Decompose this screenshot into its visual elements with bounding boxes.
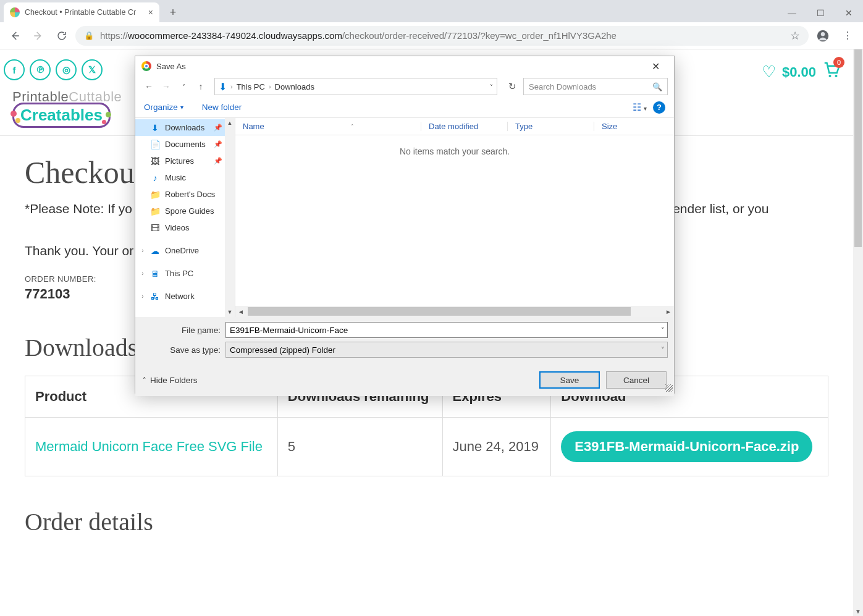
col-size[interactable]: Size bbox=[594, 122, 674, 131]
profile-button[interactable] bbox=[812, 29, 833, 43]
dialog-body: ⬇Downloads📌📄Documents📌🖼Pictures📌♪Music📁R… bbox=[135, 118, 674, 317]
user-circle-icon bbox=[816, 29, 830, 43]
nav-recent-dropdown[interactable]: ˅ bbox=[176, 79, 191, 94]
chevron-down-icon[interactable]: ˅ bbox=[661, 326, 665, 334]
tree-node-network[interactable]: ›🖧Network bbox=[135, 288, 235, 305]
tree-node-downloads[interactable]: ⬇Downloads📌 bbox=[135, 119, 235, 136]
col-date[interactable]: Date modified bbox=[421, 122, 507, 131]
product-link[interactable]: Mermaid Unicorn Face Free SVG File bbox=[35, 439, 263, 454]
chevron-right-icon: › bbox=[269, 83, 271, 90]
save-button[interactable]: Save bbox=[539, 371, 600, 389]
pin-icon: 📌 bbox=[214, 140, 222, 148]
reload-button[interactable] bbox=[52, 26, 72, 46]
pinterest-link[interactable]: ℗ bbox=[30, 59, 51, 80]
hide-folders-toggle[interactable]: ˄ Hide Folders bbox=[143, 376, 198, 385]
scroll-down-icon[interactable]: ▼ bbox=[225, 307, 235, 317]
chevron-down-icon: ▾ bbox=[644, 105, 647, 112]
expand-icon[interactable]: › bbox=[139, 247, 146, 254]
reload-icon bbox=[56, 30, 67, 41]
tree-label: Robert's Docs bbox=[165, 190, 215, 199]
twitter-link[interactable]: 𝕏 bbox=[82, 59, 103, 80]
instagram-icon: ◎ bbox=[62, 64, 70, 75]
url-path: /checkout/order-received/772103/?key=wc_… bbox=[342, 30, 617, 41]
tree-node-pictures[interactable]: 🖼Pictures📌 bbox=[135, 153, 235, 169]
tree-node-music[interactable]: ♪Music bbox=[135, 169, 235, 186]
bookmark-star-icon[interactable]: ☆ bbox=[790, 29, 800, 43]
chevron-down-icon[interactable]: ˅ bbox=[661, 346, 665, 354]
nav-back-button[interactable]: ← bbox=[141, 79, 156, 94]
refresh-button[interactable]: ↻ bbox=[503, 78, 521, 95]
help-button[interactable]: ? bbox=[653, 101, 665, 114]
crumb-thispc[interactable]: This PC bbox=[237, 82, 265, 91]
filename-input[interactable]: E391FB-Mermaid-Unicorn-Face ˅ bbox=[225, 322, 668, 338]
dialog-close-button[interactable]: ✕ bbox=[643, 57, 668, 75]
chevron-up-icon: ˄ bbox=[143, 376, 146, 384]
hscroll-thumb[interactable] bbox=[248, 307, 631, 316]
new-folder-button[interactable]: New folder bbox=[202, 103, 242, 112]
scroll-right-icon[interactable]: ► bbox=[663, 308, 674, 315]
back-button[interactable] bbox=[5, 26, 25, 46]
resize-grip[interactable] bbox=[665, 384, 673, 392]
instagram-link[interactable]: ◎ bbox=[56, 59, 77, 80]
tree-node-onedrive[interactable]: ›☁OneDrive bbox=[135, 242, 235, 259]
browser-tabstrip: Checkout • Printable Cuttable Cr × + ― ☐… bbox=[0, 0, 863, 22]
twitter-icon: 𝕏 bbox=[88, 64, 96, 75]
close-window-button[interactable]: ✕ bbox=[835, 4, 863, 22]
tree-node-robert-s-docs[interactable]: 📁Robert's Docs bbox=[135, 186, 235, 203]
new-tab-button[interactable]: + bbox=[164, 4, 182, 21]
view-options-button[interactable]: ☷ ▾ bbox=[633, 101, 647, 113]
tree-node-documents[interactable]: 📄Documents📌 bbox=[135, 136, 235, 153]
pinterest-icon: ℗ bbox=[36, 64, 45, 75]
scroll-down-icon[interactable]: ▼ bbox=[853, 606, 863, 616]
url-text: https://woocommerce-243384-749024.cloudw… bbox=[100, 30, 617, 41]
chevron-down-icon[interactable]: ˅ bbox=[490, 83, 493, 90]
tree-label: Videos bbox=[165, 223, 190, 232]
organize-menu[interactable]: Organize▾ bbox=[144, 103, 183, 112]
page-scrollbar[interactable]: ▲ ▼ bbox=[853, 49, 863, 616]
tab-close-icon[interactable]: × bbox=[148, 7, 153, 17]
browser-tab[interactable]: Checkout • Printable Cuttable Cr × bbox=[4, 2, 159, 22]
arrow-right-icon bbox=[33, 30, 44, 41]
svg-point-2 bbox=[829, 75, 831, 77]
url-domain: woocommerce-243384-749024.cloudwaysapps.… bbox=[128, 30, 342, 41]
folder-icon: ♪ bbox=[150, 173, 160, 183]
cancel-button[interactable]: Cancel bbox=[606, 371, 667, 389]
expand-icon[interactable]: › bbox=[139, 293, 146, 300]
tree-scrollbar[interactable]: ▲ ▼ bbox=[225, 118, 235, 317]
download-button[interactable]: E391FB-Mermaid-Unicorn-Face.zip bbox=[561, 431, 812, 462]
expand-icon[interactable]: › bbox=[139, 270, 146, 277]
col-type[interactable]: Type bbox=[507, 122, 594, 131]
maximize-button[interactable]: ☐ bbox=[806, 4, 835, 22]
wishlist-icon[interactable]: ♡ bbox=[762, 62, 776, 82]
filename-value: E391FB-Mermaid-Unicorn-Face bbox=[230, 326, 348, 335]
scroll-left-icon[interactable]: ◄ bbox=[235, 308, 246, 315]
file-hscrollbar[interactable]: ◄ ► bbox=[235, 306, 674, 317]
tree-label: Downloads bbox=[165, 123, 204, 132]
folder-icon: 🖼 bbox=[150, 156, 160, 166]
folder-icon: 📄 bbox=[150, 140, 160, 150]
nav-up-button[interactable]: ↑ bbox=[193, 79, 208, 94]
dialog-navbar: ← → ˅ ↑ ⬇ › This PC › Downloads ˅ ↻ Sear… bbox=[135, 76, 674, 97]
col-name[interactable]: Name˄ bbox=[235, 122, 421, 131]
tree-label: Pictures bbox=[165, 156, 194, 166]
search-icon: 🔍 bbox=[652, 82, 662, 91]
menu-button[interactable]: ⋮ bbox=[837, 30, 858, 41]
cart-button[interactable]: 0 bbox=[822, 61, 841, 83]
facebook-link[interactable]: f bbox=[4, 59, 25, 80]
scroll-thumb[interactable] bbox=[854, 49, 862, 247]
crumb-downloads[interactable]: Downloads bbox=[275, 82, 314, 91]
omnibox[interactable]: 🔒 https://woocommerce-243384-749024.clou… bbox=[75, 26, 809, 46]
tree-node-videos[interactable]: 🎞Videos bbox=[135, 219, 235, 236]
search-input[interactable]: Search Downloads 🔍 bbox=[523, 78, 668, 95]
scroll-up-icon[interactable]: ▲ bbox=[225, 118, 235, 128]
pin-icon: 📌 bbox=[214, 124, 222, 132]
breadcrumb[interactable]: ⬇ › This PC › Downloads ˅ bbox=[214, 78, 497, 95]
savetype-select[interactable]: Compressed (zipped) Folder ˅ bbox=[225, 342, 668, 358]
folder-icon: ⬇ bbox=[150, 123, 160, 133]
dialog-titlebar[interactable]: Save As ✕ bbox=[135, 56, 674, 76]
minimize-button[interactable]: ― bbox=[778, 4, 806, 22]
tree-node-spore-guides[interactable]: 📁Spore Guides bbox=[135, 203, 235, 219]
chrome-icon bbox=[141, 61, 151, 71]
tree-node-this-pc[interactable]: ›🖥This PC bbox=[135, 265, 235, 282]
cart-total: $0.00 bbox=[782, 64, 816, 80]
